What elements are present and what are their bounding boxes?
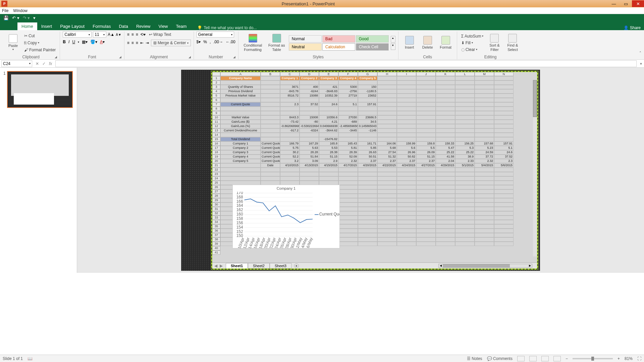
cell[interactable] bbox=[475, 237, 494, 242]
cell[interactable] bbox=[436, 202, 455, 207]
row-header-34[interactable]: 34 bbox=[212, 220, 220, 224]
cell[interactable] bbox=[338, 168, 358, 172]
cell[interactable] bbox=[436, 194, 455, 198]
cell[interactable] bbox=[436, 94, 455, 98]
sheet-nav-prev[interactable]: ◀ bbox=[214, 263, 217, 268]
cell[interactable] bbox=[397, 133, 416, 137]
redo-button[interactable]: ↷ ▾ bbox=[23, 15, 30, 20]
font-dialog-launcher[interactable]: ◢ bbox=[119, 55, 121, 59]
cell[interactable] bbox=[261, 172, 280, 176]
cell[interactable] bbox=[494, 202, 514, 207]
cell[interactable]: 24.6 bbox=[494, 150, 514, 155]
select-all-cell[interactable] bbox=[212, 72, 220, 76]
align-center-button[interactable]: ≡ bbox=[131, 41, 134, 45]
cell[interactable] bbox=[338, 224, 358, 229]
row-header-8[interactable]: 8 bbox=[212, 107, 220, 111]
cell[interactable]: 10356.6 bbox=[319, 115, 338, 120]
zoom-level[interactable]: 81% bbox=[625, 356, 633, 361]
cell[interactable] bbox=[436, 85, 455, 89]
cell[interactable]: -3648.83 bbox=[319, 89, 338, 94]
cell[interactable] bbox=[377, 220, 397, 224]
cell[interactable]: 4/15/2015 bbox=[319, 163, 338, 168]
cell[interactable] bbox=[261, 89, 280, 94]
cell[interactable]: 4/29/2015 bbox=[436, 163, 455, 168]
cell[interactable] bbox=[475, 85, 494, 89]
cell[interactable] bbox=[319, 98, 338, 102]
cell[interactable] bbox=[358, 172, 377, 176]
cell[interactable] bbox=[494, 107, 514, 111]
cell[interactable] bbox=[494, 233, 514, 237]
cell[interactable]: 52.09 bbox=[338, 155, 358, 159]
cell[interactable] bbox=[261, 120, 280, 124]
cell[interactable] bbox=[261, 115, 280, 120]
cell[interactable] bbox=[397, 220, 416, 224]
cell[interactable]: 51.32 bbox=[377, 155, 397, 159]
fx-button[interactable]: fx bbox=[49, 61, 52, 66]
slide[interactable]: ABCDEFGHIJKLMN 1234567891011121314151617… bbox=[181, 70, 540, 271]
sheet-tab-sheet2[interactable]: Sheet2 bbox=[248, 263, 270, 268]
zoom-slider[interactable] bbox=[573, 358, 613, 359]
merge-center-button[interactable]: ⊞Merge & Center▾ bbox=[151, 40, 191, 46]
underline-button[interactable]: U bbox=[72, 40, 75, 44]
cell[interactable] bbox=[261, 111, 280, 115]
cell[interactable]: 5/1/2015 bbox=[455, 163, 475, 168]
cell[interactable] bbox=[377, 107, 397, 111]
cell[interactable] bbox=[475, 229, 494, 233]
cell[interactable]: 30.2 bbox=[280, 150, 300, 155]
cell[interactable]: Company 3 bbox=[220, 150, 261, 155]
cell[interactable] bbox=[475, 202, 494, 207]
col-header-E[interactable]: E bbox=[319, 72, 338, 76]
cell[interactable]: Company 4 bbox=[220, 155, 261, 159]
cell[interactable] bbox=[397, 211, 416, 216]
cell[interactable]: 25.22 bbox=[455, 150, 475, 155]
cell[interactable] bbox=[358, 133, 377, 137]
cell[interactable] bbox=[397, 216, 416, 220]
cell[interactable] bbox=[377, 85, 397, 89]
cell[interactable]: -843.78 bbox=[280, 89, 300, 94]
cell[interactable] bbox=[416, 128, 436, 133]
align-top-button[interactable]: ≡ bbox=[127, 32, 129, 37]
cell[interactable]: 2.3 bbox=[494, 159, 514, 163]
accounting-format-button[interactable]: $▾ bbox=[197, 40, 201, 44]
cell[interactable] bbox=[416, 229, 436, 233]
cell[interactable]: -917.2 bbox=[280, 128, 300, 133]
cell[interactable] bbox=[358, 98, 377, 102]
cell[interactable] bbox=[377, 102, 397, 107]
row-header-40[interactable]: 40 bbox=[212, 246, 220, 250]
cell[interactable] bbox=[280, 176, 300, 181]
cell[interactable] bbox=[494, 172, 514, 176]
cell[interactable] bbox=[436, 102, 455, 107]
cell[interactable]: 2.32 bbox=[338, 159, 358, 163]
cell[interactable]: 26.09 bbox=[416, 150, 436, 155]
cell[interactable] bbox=[319, 111, 338, 115]
cell[interactable]: 158.33 bbox=[436, 141, 455, 146]
cell[interactable]: Previous Market Value bbox=[220, 94, 261, 98]
find-select-button[interactable]: Find & Select bbox=[504, 33, 521, 53]
cell[interactable] bbox=[494, 137, 514, 141]
cell[interactable] bbox=[455, 120, 475, 124]
cell[interactable] bbox=[475, 194, 494, 198]
cell[interactable] bbox=[494, 98, 514, 102]
cell[interactable]: Previous Dividend bbox=[220, 89, 261, 94]
cell[interactable] bbox=[494, 207, 514, 211]
cell[interactable] bbox=[319, 172, 338, 176]
cell[interactable]: 5.63 bbox=[300, 146, 319, 150]
copy-button[interactable]: ⎘Copy▾ bbox=[23, 40, 57, 46]
cell[interactable] bbox=[475, 137, 494, 141]
styles-more[interactable]: ▾ bbox=[391, 43, 395, 50]
cell[interactable] bbox=[377, 242, 397, 246]
cell[interactable]: 5.23 bbox=[475, 146, 494, 150]
comma-button[interactable]: , bbox=[210, 40, 211, 44]
decrease-decimal-button[interactable]: ←.00 bbox=[226, 40, 235, 44]
cell[interactable]: 157.68 bbox=[475, 141, 494, 146]
cell[interactable] bbox=[475, 176, 494, 181]
close-button[interactable]: ✕ bbox=[632, 0, 644, 7]
cell[interactable] bbox=[358, 229, 377, 233]
cell[interactable]: 166.79 bbox=[280, 141, 300, 146]
sheet-tab-sheet3[interactable]: Sheet3 bbox=[270, 263, 291, 268]
align-middle-button[interactable]: ≡ bbox=[131, 32, 134, 37]
cell[interactable] bbox=[416, 172, 436, 176]
row-header-22[interactable]: 22 bbox=[212, 168, 220, 172]
cell[interactable]: Gain/Loss (%) bbox=[220, 124, 261, 128]
cell[interactable] bbox=[416, 107, 436, 111]
